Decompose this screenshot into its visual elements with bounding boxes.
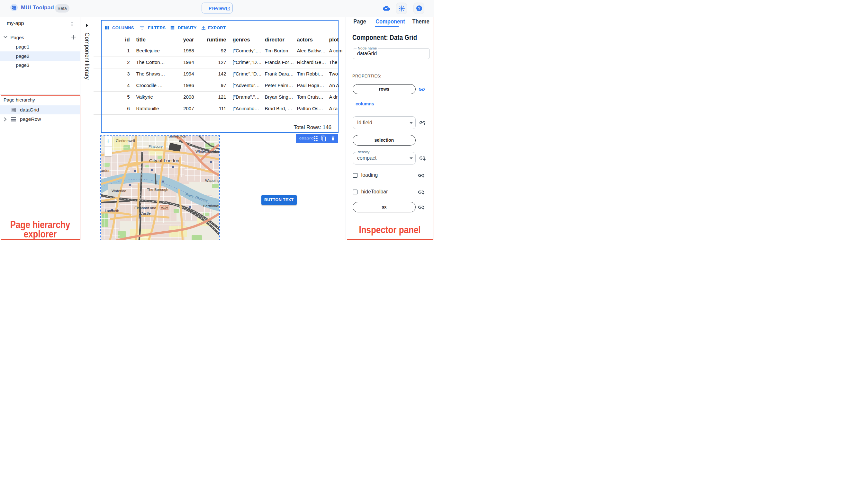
- svg-text:Bermondse: Bermondse: [203, 204, 219, 208]
- svg-text:arden: arden: [101, 169, 110, 172]
- svg-text:City of London: City of London: [149, 158, 179, 163]
- svg-text:Wapping: Wapping: [205, 179, 219, 183]
- svg-text:The Borough: The Borough: [147, 188, 168, 191]
- svg-text:Shoreditch: Shoreditch: [168, 136, 186, 138]
- svg-text:Whitechapel: Whitechapel: [195, 150, 216, 153]
- svg-text:Elephant and: Elephant and: [134, 206, 156, 210]
- svg-text:Finsbury: Finsbury: [149, 145, 163, 149]
- svg-text:Castle: Castle: [140, 212, 151, 215]
- svg-text:A100: A100: [161, 205, 168, 209]
- svg-text:Clerkenwell: Clerkenwell: [116, 139, 135, 142]
- svg-text:Lambeth: Lambeth: [105, 209, 119, 213]
- svg-text:Waterloo: Waterloo: [112, 189, 126, 193]
